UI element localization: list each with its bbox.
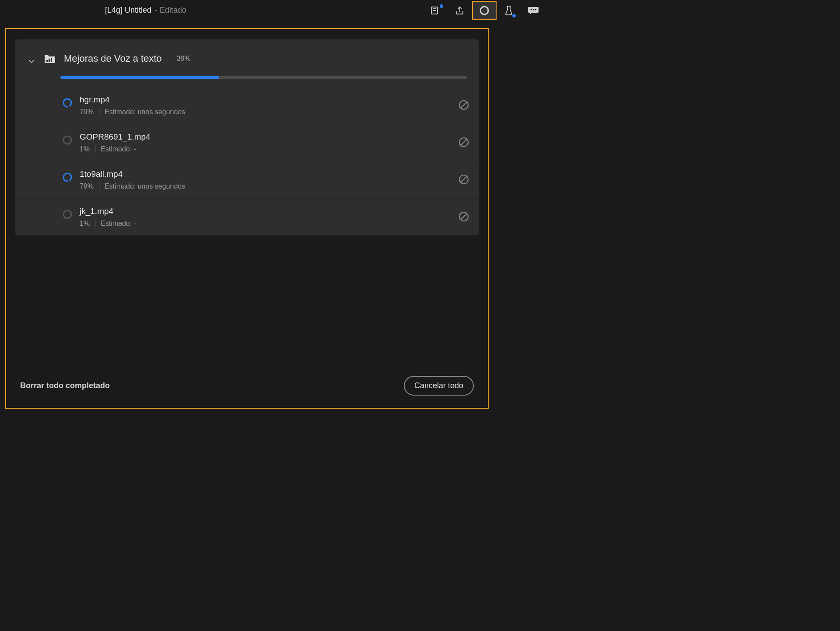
title-main: [L4g] Untitled [105,6,151,15]
task-percent: 79% [80,108,94,116]
svg-line-16 [461,139,467,145]
task-percent: 1% [80,145,90,153]
task-percent: 1% [80,220,90,227]
cancel-task-icon[interactable] [458,174,470,186]
comments-icon[interactable] [521,1,546,20]
spinner-icon [62,135,73,145]
task-estimate-label: Estimado: [105,182,136,190]
task-filename: GOPR8691_1.mp4 [80,132,458,142]
task-text: hgr.mp4 79% | Estimado: unos segundos [80,95,458,116]
progress-panel: Mejoras de Voz a texto 39% hgr.mp4 79% |… [5,28,489,409]
cancel-task-icon[interactable] [458,99,470,112]
svg-line-22 [461,214,467,220]
svg-point-17 [63,173,71,181]
notification-dot-icon [512,14,516,18]
task-row: hgr.mp4 79% | Estimado: unos segundos [15,87,479,124]
spinner-icon [62,172,73,182]
spinner-icon [62,98,73,108]
header-icon-bar [423,1,546,20]
task-estimate-label: Estimado: [101,220,132,227]
svg-point-3 [480,7,488,14]
svg-point-7 [535,9,536,10]
task-row: jk_1.mp4 1% | Estimado: - [15,198,479,235]
app-header: [L4g] Untitled - Editado [0,0,554,21]
svg-rect-8 [46,60,48,62]
task-filename: hgr.mp4 [80,95,458,105]
notification-dot-icon [440,4,443,8]
group-header[interactable]: Mejoras de Voz a texto 39% [15,39,479,70]
group-percent: 39% [177,55,191,63]
chevron-down-icon[interactable] [27,57,36,66]
task-text: 1to9all.mp4 79% | Estimado: unos segundo… [80,169,458,190]
svg-point-6 [533,9,534,10]
task-estimate-label: Estimado: [105,108,136,116]
items-list: hgr.mp4 79% | Estimado: unos segundos GO… [15,87,479,235]
panel-footer: Borrar todo completado Cancelar todo [20,376,474,396]
labs-icon[interactable] [497,1,521,20]
cancel-all-button[interactable]: Cancelar todo [404,376,474,396]
task-estimate-value: unos segundos [138,182,186,190]
folder-chart-icon [44,53,56,64]
task-row: GOPR8691_1.mp4 1% | Estimado: - [15,124,479,161]
title-status: - Editado [155,6,186,15]
svg-rect-9 [49,59,50,62]
svg-rect-10 [51,58,52,62]
cancel-task-icon[interactable] [458,211,470,223]
task-row: 1to9all.mp4 79% | Estimado: unos segundo… [15,161,479,198]
task-text: jk_1.mp4 1% | Estimado: - [80,207,458,228]
group-progress-bar [60,76,467,79]
task-estimate-label: Estimado: [101,145,132,153]
task-status: 79% | Estimado: unos segundos [80,182,458,190]
task-text: GOPR8691_1.mp4 1% | Estimado: - [80,132,458,153]
process-group-card: Mejoras de Voz a texto 39% hgr.mp4 79% |… [15,39,479,235]
task-filename: 1to9all.mp4 [80,169,458,179]
task-filename: jk_1.mp4 [80,207,458,216]
task-status: 79% | Estimado: unos segundos [80,108,458,116]
svg-point-5 [531,9,532,10]
task-estimate-value: - [134,145,136,153]
task-percent: 79% [80,182,94,190]
task-status: 1% | Estimado: - [80,220,458,228]
svg-point-20 [63,210,71,218]
workspace-icon[interactable] [423,1,448,20]
task-status: 1% | Estimado: - [80,145,458,153]
group-title: Mejoras de Voz a texto [64,53,162,64]
group-progress-fill [60,76,219,79]
svg-point-14 [63,136,71,144]
svg-line-13 [461,102,467,108]
task-estimate-value: - [134,220,136,227]
task-estimate-value: unos segundos [138,108,186,116]
svg-point-11 [63,99,71,107]
clear-completed-button[interactable]: Borrar todo completado [20,381,110,390]
window-title: [L4g] Untitled - Editado [105,6,186,15]
progress-queue-icon[interactable] [472,1,497,20]
share-icon[interactable] [448,1,472,20]
cancel-task-icon[interactable] [458,137,470,149]
spinner-icon [62,209,73,220]
svg-line-19 [461,176,467,182]
